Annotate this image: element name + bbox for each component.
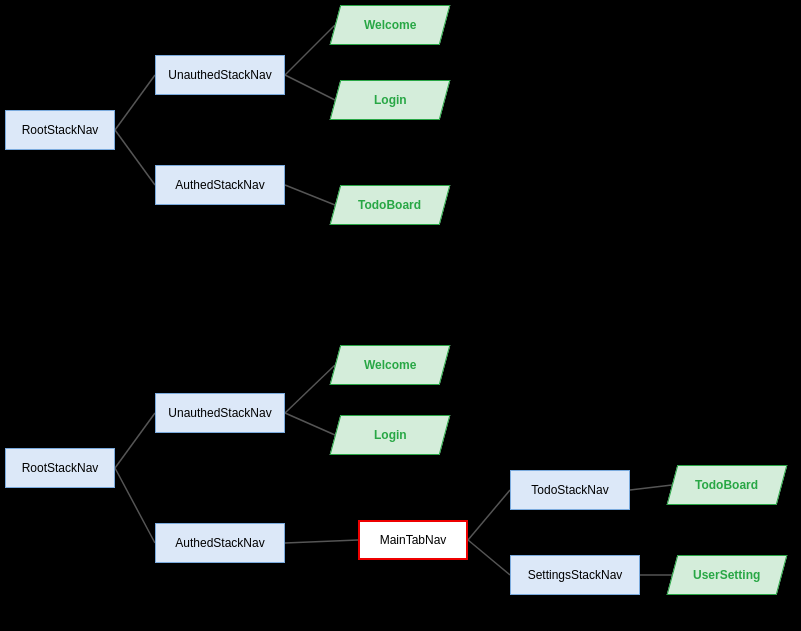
bottom-login-node: Login (330, 415, 451, 455)
bottom-authed-stack-nav: AuthedStackNav (155, 523, 285, 563)
bottom-usersetting-node: UserSetting (667, 555, 788, 595)
svg-line-0 (115, 75, 155, 130)
bottom-todoboard-node: TodoBoard (667, 465, 788, 505)
top-todoboard-node: TodoBoard (330, 185, 451, 225)
svg-line-10 (468, 490, 510, 540)
bottom-welcome-node: Welcome (330, 345, 451, 385)
top-welcome-node: Welcome (330, 5, 451, 45)
svg-line-9 (285, 540, 358, 543)
svg-line-12 (630, 485, 672, 490)
top-login-node: Login (330, 80, 451, 120)
bottom-unauthed-stack-nav: UnauthedStackNav (155, 393, 285, 433)
bottom-main-tab-nav: MainTabNav (358, 520, 468, 560)
top-unauthed-stack-nav: UnauthedStackNav (155, 55, 285, 95)
svg-line-7 (285, 365, 335, 413)
svg-line-5 (115, 413, 155, 468)
bottom-root-stack-nav: RootStackNav (5, 448, 115, 488)
bottom-todo-stack-nav: TodoStackNav (510, 470, 630, 510)
svg-line-8 (285, 413, 335, 435)
top-authed-stack-nav: AuthedStackNav (155, 165, 285, 205)
svg-line-2 (285, 25, 335, 75)
bottom-settings-stack-nav: SettingsStackNav (510, 555, 640, 595)
svg-line-1 (115, 130, 155, 185)
svg-line-3 (285, 75, 335, 100)
svg-line-6 (115, 468, 155, 543)
svg-line-4 (285, 185, 335, 205)
top-root-stack-nav: RootStackNav (5, 110, 115, 150)
svg-line-11 (468, 540, 510, 575)
